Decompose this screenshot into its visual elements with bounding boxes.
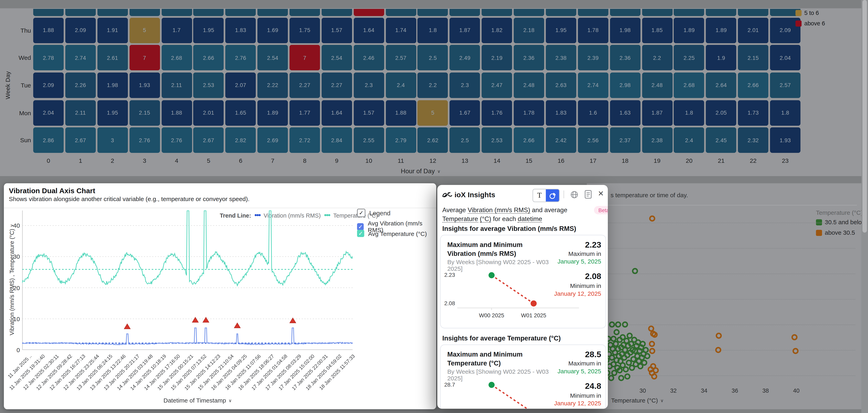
heatmap-cell[interactable]: [289, 9, 320, 16]
scatter-point[interactable]: [617, 368, 622, 373]
scatter-point[interactable]: [612, 371, 617, 375]
heatmap-cell[interactable]: 1.9: [706, 45, 736, 70]
heatmap-cell[interactable]: 1.76: [482, 100, 512, 125]
heatmap-cell[interactable]: 2.11: [161, 72, 192, 98]
heatmap-cell[interactable]: 2.98: [610, 72, 640, 98]
max-point[interactable]: [489, 382, 495, 388]
heatmap-cell[interactable]: 2.22: [257, 72, 288, 98]
heatmap-cell[interactable]: 1.8: [674, 100, 704, 125]
heatmap-cell[interactable]: 2.2: [418, 72, 448, 98]
heatmap-cell[interactable]: 2.67: [193, 127, 224, 153]
heatmap-cell[interactable]: 2.66: [514, 127, 544, 153]
heatmap-cell[interactable]: 1.93: [129, 72, 160, 98]
heatmap-cell[interactable]: 2.69: [257, 127, 288, 153]
heatmap-cell[interactable]: 1.95: [546, 18, 576, 43]
heatmap-cell[interactable]: 2.01: [738, 18, 768, 43]
heatmap-cell[interactable]: 7: [129, 45, 160, 70]
heatmap-cell[interactable]: 2.19: [482, 45, 512, 70]
heatmap-cell[interactable]: [257, 9, 288, 16]
heatmap-cell[interactable]: 2.15: [129, 100, 160, 125]
heatmap-cell[interactable]: 2.11: [65, 100, 96, 125]
heatmap-cell[interactable]: 1.83: [546, 100, 576, 125]
heatmap-cell[interactable]: 1.57: [354, 100, 384, 125]
heatmap-cell[interactable]: 1.8: [418, 18, 448, 43]
heatmap-cell[interactable]: 2.53: [193, 72, 224, 98]
scatter-point[interactable]: [650, 342, 654, 346]
heatmap-cell[interactable]: 2.63: [546, 72, 576, 98]
heatmap-cell[interactable]: 2.53: [482, 127, 512, 153]
heatmap-cell[interactable]: 2.4: [386, 72, 416, 98]
heatmap-cell[interactable]: 2.68: [674, 72, 704, 98]
heatmap-cell[interactable]: 1.89: [706, 18, 736, 43]
heatmap-cell[interactable]: 2.38: [642, 127, 672, 153]
heatmap-cell[interactable]: 2.74: [65, 45, 96, 70]
anomaly-marker-icon[interactable]: [234, 323, 240, 328]
heatmap-cell[interactable]: 2.76: [161, 127, 192, 153]
heatmap-cell[interactable]: 2.78: [33, 45, 64, 70]
scatter-point[interactable]: [632, 269, 637, 273]
heatmap-cell[interactable]: 2.42: [546, 127, 576, 153]
text-view-button[interactable]: T: [533, 189, 546, 202]
anomaly-marker-icon[interactable]: [192, 317, 198, 322]
scatter-point[interactable]: [641, 342, 645, 346]
legend-toggle[interactable]: ✓ Legend: [357, 209, 391, 217]
scatter-point[interactable]: [645, 354, 650, 358]
heatmap-cell[interactable]: [129, 9, 160, 16]
scatter-point[interactable]: [623, 367, 628, 372]
heatmap-cell[interactable]: [354, 9, 384, 16]
scatter-point[interactable]: [716, 348, 720, 352]
heatmap-cell[interactable]: 2.18: [514, 18, 544, 43]
summary-term[interactable]: (°C): [480, 215, 491, 223]
heatmap-cell[interactable]: 2.66: [193, 45, 224, 70]
heatmap-cell[interactable]: 2.56: [578, 127, 608, 153]
scatter-point[interactable]: [642, 360, 647, 365]
heatmap-cell[interactable]: 1.98: [610, 18, 640, 43]
heatmap-cell[interactable]: 1.88: [386, 100, 416, 125]
heatmap-cell[interactable]: 2.09: [33, 72, 64, 98]
heatmap-cell[interactable]: 1.95: [193, 18, 224, 43]
heatmap-x-axis-title[interactable]: Hour of Day ∨: [401, 166, 440, 175]
heatmap-cell[interactable]: 2.27: [289, 72, 320, 98]
scatter-point[interactable]: [792, 335, 797, 340]
heatmap-cell[interactable]: [65, 9, 96, 16]
heatmap-cell[interactable]: 2.49: [450, 45, 480, 70]
scatter-point[interactable]: [614, 330, 619, 334]
heatmap-cell[interactable]: 2.26: [65, 72, 96, 98]
scatter-point[interactable]: [609, 376, 614, 380]
heatmap-cell[interactable]: 1.78: [578, 18, 608, 43]
page-scrollbar[interactable]: [861, 0, 868, 413]
scatter-point[interactable]: [793, 349, 798, 353]
heatmap-cell[interactable]: 2.5: [450, 127, 480, 153]
scatter-point[interactable]: [653, 368, 658, 373]
heatmap-cell[interactable]: [546, 9, 576, 16]
heatmap-cell[interactable]: [193, 9, 224, 16]
heatmap-cell[interactable]: 2.61: [97, 45, 128, 70]
scatter-point[interactable]: [650, 349, 654, 353]
scatter-point[interactable]: [649, 326, 653, 331]
heatmap-cell[interactable]: 2.04: [33, 100, 64, 125]
heatmap-cell[interactable]: 1.87: [642, 100, 672, 125]
anomaly-marker-icon[interactable]: [124, 324, 130, 329]
heatmap-cell[interactable]: 1.6: [578, 100, 608, 125]
heatmap-cell[interactable]: 1.95: [97, 100, 128, 125]
vibration-checkbox[interactable]: ✓: [357, 223, 364, 230]
summary-term[interactable]: datetime: [518, 215, 542, 223]
heatmap-cell[interactable]: 2.54: [321, 45, 352, 70]
heatmap-cell[interactable]: 1.64: [321, 100, 352, 125]
heatmap-cell[interactable]: [738, 9, 768, 16]
heatmap-cell[interactable]: 2.15: [738, 45, 768, 70]
heatmap-cell[interactable]: 1.83: [225, 18, 256, 43]
legend-item-temperature[interactable]: ✓ Avg Temperature (°C): [357, 230, 427, 237]
close-icon[interactable]: ✕: [598, 189, 604, 198]
heatmap-cell[interactable]: 2.32: [738, 127, 768, 153]
heatmap-cell[interactable]: 2.25: [674, 45, 704, 70]
heatmap-cell[interactable]: [321, 9, 352, 16]
heatmap-cell[interactable]: 2.38: [546, 45, 576, 70]
scatter-point[interactable]: [614, 342, 618, 346]
heatmap-cell[interactable]: 2.66: [738, 72, 768, 98]
heatmap-cell[interactable]: 5: [129, 18, 160, 43]
anomaly-marker-icon[interactable]: [203, 317, 209, 322]
heatmap-cell[interactable]: [418, 9, 448, 16]
scatter-point[interactable]: [650, 216, 654, 221]
heatmap-cell[interactable]: 1.98: [97, 72, 128, 98]
